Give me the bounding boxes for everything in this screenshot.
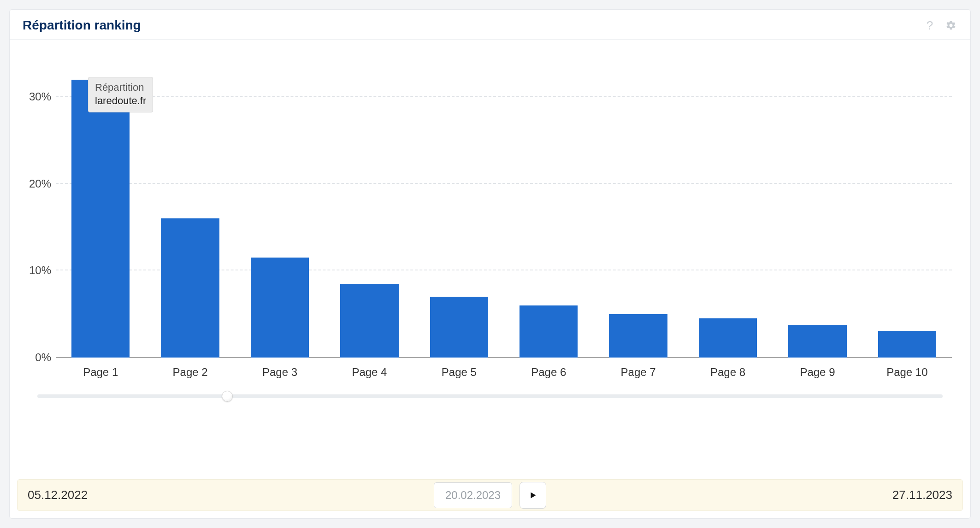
header-icons: ? xyxy=(923,19,957,32)
card-header: Répartition ranking ? xyxy=(10,10,970,40)
chart-plot: 0%10%20%30% xyxy=(56,53,952,358)
play-button[interactable] xyxy=(520,482,546,509)
bar-chart: 0%10%20%30% Page 1Page 2Page 3Page 4Page… xyxy=(24,53,956,385)
chart-gridline xyxy=(56,183,952,184)
timeline-handle[interactable] xyxy=(222,391,233,402)
bar[interactable] xyxy=(71,80,130,358)
bar[interactable] xyxy=(699,318,757,358)
x-axis-tick-label: Page 8 xyxy=(683,362,773,385)
y-axis-tick-label: 0% xyxy=(24,351,51,364)
bar-slot xyxy=(145,53,235,358)
chart-bars xyxy=(56,53,952,358)
x-axis-tick-label: Page 7 xyxy=(593,362,683,385)
bar-slot xyxy=(414,53,504,358)
chart-tooltip: Répartition laredoute.fr xyxy=(88,77,153,112)
help-icon[interactable]: ? xyxy=(923,19,936,32)
bar[interactable] xyxy=(788,325,846,358)
x-axis-tick-label: Page 9 xyxy=(773,362,862,385)
bar[interactable] xyxy=(430,297,488,358)
bar[interactable] xyxy=(520,305,578,358)
settings-gear-icon[interactable] xyxy=(945,19,957,32)
bar[interactable] xyxy=(161,218,219,358)
timeline-start-date: 05.12.2022 xyxy=(28,488,88,502)
card-title: Répartition ranking xyxy=(23,18,141,33)
chart-gridline xyxy=(56,96,952,97)
y-axis-tick-label: 10% xyxy=(24,264,51,277)
bar-slot xyxy=(325,53,414,358)
timeline-bar: 05.12.2022 27.11.2023 xyxy=(17,479,963,511)
x-axis-tick-label: Page 2 xyxy=(145,362,235,385)
chart-x-axis: Page 1Page 2Page 3Page 4Page 5Page 6Page… xyxy=(56,362,952,385)
timeline-center-controls xyxy=(434,482,546,509)
x-axis-tick-label: Page 4 xyxy=(325,362,414,385)
x-axis-tick-label: Page 5 xyxy=(414,362,504,385)
bar[interactable] xyxy=(340,284,398,358)
bar[interactable] xyxy=(609,314,667,358)
bar[interactable] xyxy=(251,258,309,358)
play-icon xyxy=(528,490,538,500)
timeline-current-date-input[interactable] xyxy=(434,482,512,508)
bar-slot xyxy=(504,53,593,358)
tooltip-line2: laredoute.fr xyxy=(95,94,146,108)
x-axis-tick-label: Page 10 xyxy=(862,362,952,385)
bar-slot xyxy=(593,53,683,358)
x-axis-tick-label: Page 1 xyxy=(56,362,145,385)
bar-slot xyxy=(862,53,952,358)
y-axis-tick-label: 20% xyxy=(24,177,51,190)
timeline-end-date: 27.11.2023 xyxy=(892,488,952,502)
chart-area: 0%10%20%30% Page 1Page 2Page 3Page 4Page… xyxy=(10,40,970,463)
tooltip-line1: Répartition xyxy=(95,81,146,94)
bar[interactable] xyxy=(878,331,936,358)
bar-slot xyxy=(773,53,862,358)
timeline-scrubber-area xyxy=(24,385,956,398)
bar-slot xyxy=(683,53,773,358)
bar-slot xyxy=(235,53,325,358)
timeline-track[interactable] xyxy=(37,394,943,398)
ranking-distribution-card: Répartition ranking ? 0%10%20%30% Page 1… xyxy=(9,9,971,519)
y-axis-tick-label: 30% xyxy=(24,90,51,103)
x-axis-tick-label: Page 6 xyxy=(504,362,593,385)
x-axis-tick-label: Page 3 xyxy=(235,362,325,385)
